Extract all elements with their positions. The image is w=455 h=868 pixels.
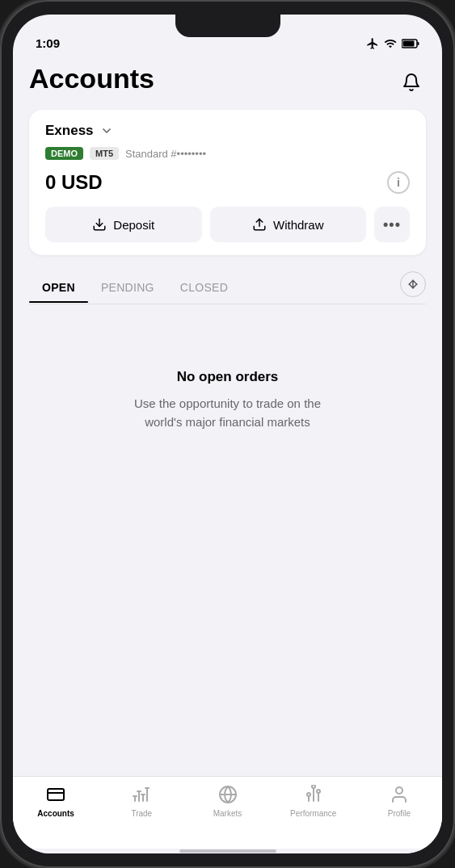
markets-nav-label: Markets <box>213 809 242 818</box>
notification-button[interactable] <box>397 68 426 97</box>
status-icons <box>366 37 419 50</box>
main-content: Accounts Exness DEMO <box>13 55 442 776</box>
phone-frame: 1:09 Accounts <box>0 0 455 868</box>
svg-point-20 <box>312 785 315 788</box>
withdraw-icon <box>252 217 267 232</box>
home-indicator <box>13 849 442 853</box>
nav-markets[interactable]: Markets <box>184 783 270 818</box>
svg-point-19 <box>317 790 320 793</box>
info-button[interactable]: i <box>387 171 410 194</box>
svg-point-21 <box>307 793 310 796</box>
more-dots: ••• <box>383 216 401 233</box>
deposit-label: Deposit <box>113 218 154 232</box>
tab-pending-label: PENDING <box>101 281 154 294</box>
page-title: Accounts <box>29 63 154 94</box>
nav-accounts[interactable]: Accounts <box>13 783 99 818</box>
tab-closed[interactable]: CLOSED <box>167 273 241 302</box>
order-tabs: OPEN PENDING CLOSED <box>29 273 241 302</box>
deposit-icon <box>92 217 107 232</box>
accounts-nav-label: Accounts <box>37 809 74 818</box>
bottom-nav: Accounts Trade <box>13 776 442 849</box>
mt5-badge: MT5 <box>90 147 119 160</box>
chevron-down-icon <box>100 124 113 137</box>
bell-icon <box>402 73 421 92</box>
airplane-icon <box>366 37 379 50</box>
profile-nav-label: Profile <box>388 809 411 818</box>
performance-nav-label: Performance <box>290 809 336 818</box>
withdraw-button[interactable]: Withdraw <box>210 207 367 242</box>
nav-performance[interactable]: Performance <box>271 783 356 818</box>
svg-rect-1 <box>418 42 419 45</box>
info-label: i <box>397 176 400 189</box>
tabs-container: OPEN PENDING CLOSED <box>29 271 426 304</box>
performance-nav-icon <box>302 783 325 806</box>
account-header[interactable]: Exness <box>45 123 410 139</box>
home-bar <box>179 849 276 853</box>
broker-name: Exness <box>45 123 94 139</box>
sort-arrows-icon <box>407 278 419 291</box>
status-time: 1:09 <box>36 36 60 50</box>
tab-open[interactable]: OPEN <box>29 273 88 302</box>
withdraw-label: Withdraw <box>273 218 324 232</box>
empty-description: Use the opportunity to trade on the worl… <box>123 395 333 431</box>
empty-title: No open orders <box>177 369 279 385</box>
accounts-nav-icon <box>44 783 67 806</box>
account-card: Exness DEMO MT5 Standard #•••••••• 0 USD… <box>29 110 426 255</box>
notch <box>175 15 280 37</box>
empty-state: No open orders Use the opportunity to tr… <box>29 321 426 463</box>
nav-profile[interactable]: Profile <box>356 783 442 818</box>
demo-badge: DEMO <box>45 147 83 160</box>
phone-screen: 1:09 Accounts <box>13 15 442 853</box>
balance-row: 0 USD i <box>45 171 410 194</box>
svg-rect-7 <box>48 789 64 800</box>
tab-open-label: OPEN <box>42 281 75 294</box>
sort-button[interactable] <box>400 271 426 297</box>
balance-amount: 0 USD <box>45 171 103 194</box>
markets-nav-icon <box>217 783 239 806</box>
action-buttons: Deposit Withdraw ••• <box>45 207 410 242</box>
battery-icon <box>402 39 419 48</box>
deposit-button[interactable]: Deposit <box>45 207 202 242</box>
account-type: Standard #•••••••• <box>125 148 206 160</box>
header: Accounts <box>29 55 426 110</box>
nav-trade[interactable]: Trade <box>99 783 184 818</box>
svg-point-22 <box>396 787 402 794</box>
wifi-icon <box>384 37 397 50</box>
more-button[interactable]: ••• <box>374 207 410 242</box>
svg-rect-2 <box>403 41 415 47</box>
tab-pending[interactable]: PENDING <box>88 273 167 302</box>
account-badges: DEMO MT5 Standard #•••••••• <box>45 147 410 160</box>
profile-nav-icon <box>388 783 411 806</box>
trade-nav-label: Trade <box>131 809 152 818</box>
trade-nav-icon <box>130 783 153 806</box>
tab-closed-label: CLOSED <box>180 281 228 294</box>
